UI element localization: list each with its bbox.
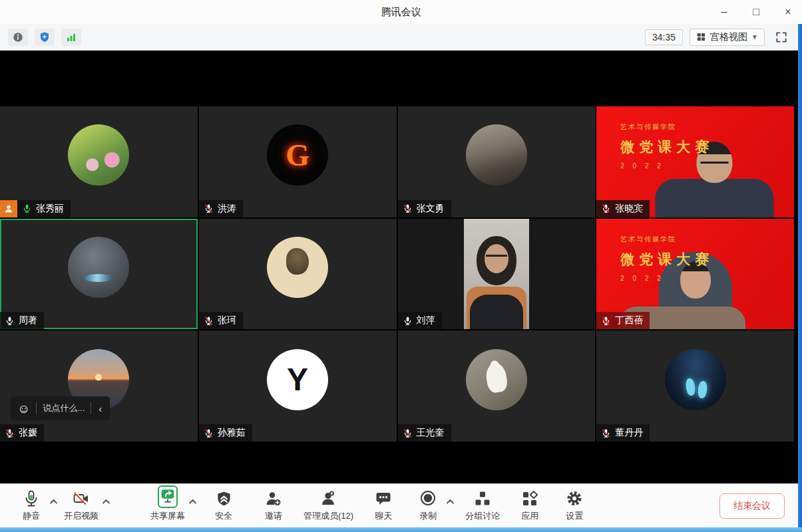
grid-view-icon	[696, 32, 706, 42]
participant-tile-zhangyuan[interactable]: ☺ 说点什么... ‹ 张媛	[0, 331, 198, 442]
name-tag: 丁西蓓	[596, 312, 650, 329]
participant-tile-hongtao[interactable]: G 洪涛	[199, 106, 397, 217]
mic-muted-icon	[5, 428, 15, 438]
video-options-chevron[interactable]	[102, 499, 110, 504]
window-border-bottom	[0, 527, 802, 532]
chevron-down-icon: ▼	[751, 33, 758, 41]
settings-label: 设置	[566, 510, 583, 522]
chat-input-placeholder[interactable]: 说点什么...	[43, 402, 85, 414]
banner-line2: 微党课大赛	[620, 250, 713, 269]
banner-line2: 微党课大赛	[620, 138, 713, 156]
participant-name: 张晓宾	[615, 203, 643, 215]
fullscreen-icon	[775, 31, 788, 44]
fullscreen-button[interactable]	[771, 29, 791, 46]
start-video-button[interactable]: 开启视频	[64, 489, 99, 522]
mic-level-icon	[22, 489, 41, 508]
participant-tile-sunyaru[interactable]: Y 孙雅茹	[199, 331, 397, 442]
participant-tile-zhangwenyong[interactable]: 张文勇	[398, 106, 596, 217]
record-options-chevron[interactable]	[446, 499, 455, 504]
name-tag: 王光奎	[398, 424, 451, 442]
top-toolbar-left	[8, 29, 81, 46]
security-label: 安全	[215, 510, 232, 522]
banner-line3: 2 0 2 2	[620, 162, 713, 170]
name-tag: 洪涛	[199, 200, 243, 217]
top-toolbar: 34:35 宫格视图 ▼	[0, 24, 802, 51]
mic-muted-icon	[403, 203, 413, 213]
name-tag: 张秀丽	[17, 200, 71, 217]
divider	[91, 402, 91, 414]
participant-name: 张媛	[19, 427, 37, 439]
banner-line3: 2 0 2 2	[620, 275, 713, 282]
info-icon	[12, 31, 24, 43]
participant-tile-zhangke[interactable]: 张珂	[199, 219, 397, 330]
participant-tile-dingxibei[interactable]: 艺术与传媒学院 微党课大赛 2 0 2 2 丁西蓓	[596, 219, 794, 330]
network-quality-button[interactable]	[61, 29, 81, 46]
emoji-icon[interactable]: ☺	[17, 402, 30, 415]
mic-options-chevron[interactable]	[49, 499, 58, 504]
signal-bars-icon	[65, 31, 77, 43]
apps-button[interactable]: 应用	[515, 489, 544, 522]
participant-name: 刘萍	[417, 315, 435, 327]
name-tag: 张珂	[199, 312, 243, 329]
name-tag: 刘萍	[398, 312, 442, 329]
participant-tile-liuping[interactable]: 刘萍	[398, 219, 596, 330]
window-controls: – □ ×	[717, 0, 795, 24]
invite-person-icon	[264, 489, 283, 508]
mute-button[interactable]: 静音	[17, 489, 46, 522]
participant-name: 张文勇	[417, 203, 445, 215]
breakout-rooms-icon	[473, 489, 492, 508]
invite-button[interactable]: 邀请	[259, 489, 288, 522]
name-tag: 孙雅茹	[199, 424, 252, 442]
breakout-rooms-button[interactable]: 分组讨论	[465, 489, 500, 522]
banner-line1: 艺术与传媒学院	[620, 122, 713, 132]
top-toolbar-right: 34:35 宫格视图 ▼	[645, 29, 791, 46]
participant-tile-wangguangkui[interactable]: 王光奎	[398, 331, 596, 442]
participant-video	[464, 219, 529, 330]
title-bar: 腾讯会议 – □ ×	[0, 0, 802, 24]
members-icon	[319, 489, 338, 508]
participant-tile-zhouzhu[interactable]: 周著	[0, 219, 198, 330]
view-mode-label: 宫格视图	[710, 31, 747, 43]
end-meeting-button[interactable]: 结束会议	[719, 493, 785, 519]
participant-name: 洪涛	[218, 203, 236, 215]
mic-muted-icon	[601, 203, 611, 213]
quick-chat-bar[interactable]: ☺ 说点什么... ‹	[11, 396, 110, 420]
avatar	[466, 124, 527, 186]
camera-off-icon	[72, 489, 91, 508]
minimize-button[interactable]: –	[717, 0, 731, 24]
settings-button[interactable]: 设置	[560, 489, 589, 522]
chat-button[interactable]: 聊天	[369, 489, 398, 522]
participant-name: 董丹丹	[615, 427, 643, 439]
share-screen-button[interactable]: 共享屏幕	[150, 489, 185, 522]
participant-name: 丁西蓓	[615, 315, 643, 327]
record-button[interactable]: 录制	[413, 489, 443, 522]
shield-plus-icon	[39, 31, 51, 43]
participant-tile-zhangxiaobin[interactable]: 艺术与传媒学院 微党课大赛 2 0 2 2 张晓宾	[596, 106, 794, 217]
mute-label: 静音	[23, 510, 40, 522]
maximize-button[interactable]: □	[749, 0, 763, 24]
avatar	[665, 349, 726, 410]
close-button[interactable]: ×	[781, 0, 795, 24]
participant-tile-dongdandan[interactable]: 董丹丹	[596, 331, 794, 442]
meeting-protect-button[interactable]	[35, 29, 55, 46]
bottom-toolbar: 静音 开启视频 共享屏幕 安全	[0, 483, 802, 527]
settings-gear-icon	[565, 489, 584, 508]
view-mode-button[interactable]: 宫格视图 ▼	[690, 29, 765, 46]
meeting-info-button[interactable]	[8, 29, 28, 46]
avatar	[466, 349, 527, 410]
security-button[interactable]: 安全	[209, 489, 238, 522]
name-tag: 周著	[0, 312, 44, 329]
video-banner-text: 艺术与传媒学院 微党课大赛 2 0 2 2	[620, 235, 713, 282]
video-banner-text: 艺术与传媒学院 微党课大赛 2 0 2 2	[620, 122, 713, 170]
record-label: 录制	[419, 510, 437, 522]
window-title: 腾讯会议	[381, 6, 421, 19]
participant-tile-zhangxiuli[interactable]: 张秀丽	[0, 106, 198, 217]
record-circle-icon	[419, 489, 437, 508]
invite-label: 邀请	[265, 510, 282, 522]
mic-muted-icon	[403, 428, 413, 438]
avatar: G	[267, 124, 328, 186]
share-options-chevron[interactable]	[188, 499, 197, 504]
mic-on-icon	[22, 203, 32, 213]
collapse-chevron-icon[interactable]: ‹	[97, 403, 103, 414]
manage-members-button[interactable]: 管理成员(12)	[303, 489, 353, 522]
